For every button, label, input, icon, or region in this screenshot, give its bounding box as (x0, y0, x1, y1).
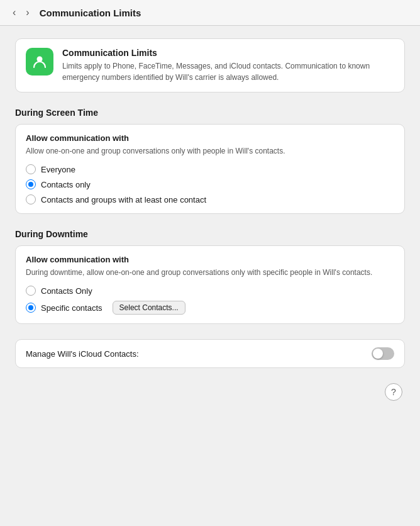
help-button[interactable]: ? (385, 383, 402, 401)
manage-icloud-label: Manage Will's iCloud Contacts: (26, 349, 139, 359)
screen-time-panel-desc: Allow one-on-one and group conversations… (26, 145, 394, 157)
downtime-specific-contacts-label: Specific contacts (41, 303, 102, 313)
downtime-specific-contacts-option[interactable]: Specific contacts Select Contacts... (26, 301, 394, 315)
screen-time-contacts-only-option[interactable]: Contacts only (26, 179, 394, 189)
screen-time-contacts-groups-label: Contacts and groups with at least one co… (41, 195, 206, 204)
forward-button[interactable]: › (23, 6, 31, 19)
downtime-contacts-only-label: Contacts Only (41, 286, 92, 296)
info-card: Communication Limits Limits apply to Pho… (15, 38, 405, 92)
info-text: Communication Limits Limits apply to Pho… (62, 48, 394, 83)
screen-time-contacts-only-label: Contacts only (41, 180, 91, 189)
communication-limits-icon (31, 53, 48, 70)
downtime-contacts-only-radio[interactable] (26, 286, 36, 296)
screen-time-contacts-groups-radio[interactable] (26, 194, 36, 204)
screen-time-everyone-option[interactable]: Everyone (26, 164, 394, 174)
screen-time-everyone-label: Everyone (41, 165, 75, 174)
help-area: ? (15, 383, 405, 401)
downtime-specific-contacts-radio[interactable] (26, 303, 36, 313)
manage-icloud-toggle[interactable] (372, 347, 394, 360)
page-title: Communication Limits (40, 8, 141, 18)
titlebar: ‹ › Communication Limits (0, 0, 420, 26)
info-card-description: Limits apply to Phone, FaceTime, Message… (62, 60, 394, 83)
main-content: Communication Limits Limits apply to Pho… (0, 26, 420, 416)
downtime-contacts-only-option[interactable]: Contacts Only (26, 286, 394, 296)
info-card-title: Communication Limits (62, 48, 394, 58)
downtime-panel-desc: During downtime, allow one-on-one and gr… (26, 267, 394, 278)
downtime-header: During Downtime (15, 229, 405, 239)
downtime-panel-title: Allow communication with (26, 255, 394, 264)
screen-time-everyone-radio[interactable] (26, 164, 36, 174)
manage-icloud-row: Manage Will's iCloud Contacts: (15, 339, 405, 368)
screen-time-panel-title: Allow communication with (26, 133, 394, 143)
downtime-panel: Allow communication with During downtime… (15, 245, 405, 324)
screen-time-contacts-only-radio[interactable] (26, 179, 36, 189)
app-icon (26, 48, 53, 76)
screen-time-header: During Screen Time (15, 108, 405, 118)
screen-time-contacts-groups-option[interactable]: Contacts and groups with at least one co… (26, 194, 394, 204)
back-button[interactable]: ‹ (10, 6, 18, 19)
screen-time-panel: Allow communication with Allow one-on-on… (15, 124, 405, 214)
select-contacts-button[interactable]: Select Contacts... (113, 301, 185, 315)
